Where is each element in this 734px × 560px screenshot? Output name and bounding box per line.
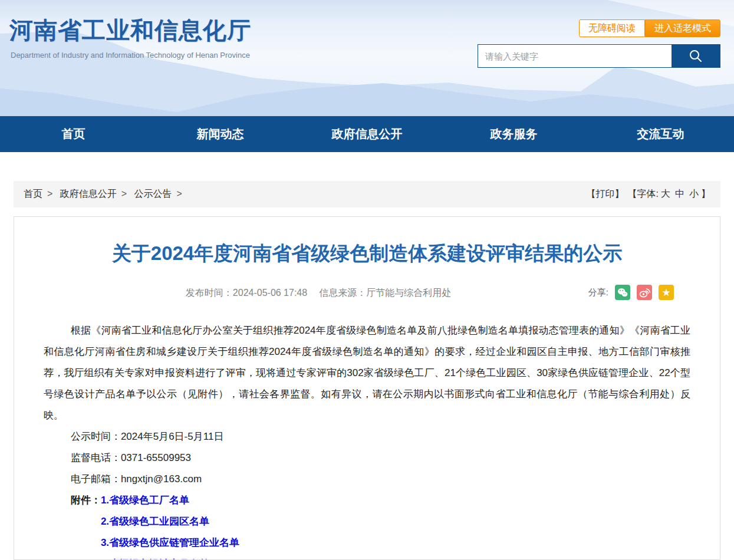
source-label: 信息来源：	[319, 288, 366, 298]
site-logo: 河南省工业和信息化厅 Department of Industry and In…	[9, 14, 251, 60]
wechat-share-icon[interactable]	[615, 285, 630, 300]
site-header: 河南省工业和信息化厅 Department of Industry and In…	[0, 0, 734, 116]
font-tool-prefix: 【字体:	[628, 189, 659, 199]
font-size-button[interactable]: 大	[661, 189, 670, 199]
publish-time-value: 2024-05-06 17:48	[233, 288, 307, 298]
font-tool-suffix: 】	[701, 189, 710, 199]
breadcrumb-separator: >	[47, 189, 52, 199]
breadcrumb-separator: >	[121, 189, 127, 199]
attachment-link[interactable]: 3.省级绿色供应链管理企业名单	[101, 532, 239, 554]
search-box	[478, 44, 720, 68]
nav-item[interactable]: 政务服务	[440, 116, 587, 152]
site-subtitle: Department of Industry and Information T…	[11, 51, 251, 60]
article-meta-row: 发布时间：2024-05-06 17:48信息来源：厅节能与综合利用处 分享:	[44, 285, 690, 301]
nav-item[interactable]: 交流互动	[587, 116, 734, 152]
nav-item[interactable]: 首页	[0, 116, 147, 152]
accessibility-reading-button[interactable]: 无障碍阅读	[579, 19, 645, 37]
article-body: 根据《河南省工业和信息化厅办公室关于组织推荐2024年度省级绿色制造名单及前八批…	[44, 320, 690, 560]
attachments-section: 附件： 1.省级绿色工厂名单 2.省级绿色工业园区名单 3.省级绿色供应链管理企…	[44, 490, 690, 560]
main-nav: 首页 新闻动态 政府信息公开 政务服务 交流互动	[0, 116, 734, 152]
print-button[interactable]: 【打印】	[587, 188, 624, 200]
breadcrumb-bar: 首页> 政府信息公开> 公示公告> 【打印】 【字体:大中小】	[14, 181, 720, 207]
font-size-tool: 【字体:大中小】	[628, 188, 710, 200]
nav-item[interactable]: 新闻动态	[147, 116, 294, 152]
article-info-lines: 公示时间：2024年5月6日-5月11日 监督电话：0371-65509953 …	[44, 426, 690, 490]
search-input[interactable]	[478, 45, 672, 67]
attachment-link[interactable]: 2.省级绿色工业园区名单	[101, 511, 239, 532]
attachments-label: 附件：	[71, 490, 101, 560]
font-size-button[interactable]: 小	[689, 189, 699, 199]
attachment-link[interactable]: 1.省级绿色工厂名单	[101, 490, 239, 511]
article-container: 关于2024年度河南省省级绿色制造体系建设评审结果的公示 发布时间：2024-0…	[14, 216, 720, 560]
info-line: 公示时间：2024年5月6日-5月11日	[44, 426, 690, 447]
share-label: 分享:	[588, 287, 608, 298]
font-size-button[interactable]: 中	[675, 189, 684, 199]
breadcrumb-link[interactable]: 公示公告	[134, 189, 172, 199]
breadcrumb-separator: >	[177, 189, 182, 199]
info-line: 监督电话：0371-65509953	[44, 447, 690, 469]
search-icon	[688, 48, 703, 64]
article-title: 关于2024年度河南省省级绿色制造体系建设评审结果的公示	[44, 241, 690, 267]
weibo-share-icon[interactable]	[637, 285, 652, 300]
source-value: 厅节能与综合利用处	[366, 288, 451, 298]
breadcrumb-link[interactable]: 首页	[24, 189, 42, 199]
share-bar: 分享: ★	[588, 285, 674, 300]
search-button[interactable]	[672, 45, 720, 67]
site-title: 河南省工业和信息化厅	[9, 14, 251, 47]
attachment-link[interactable]: 4.省级绿色设计产品名单	[101, 554, 239, 560]
article-meta: 发布时间：2024-05-06 17:48信息来源：厅节能与综合利用处	[186, 287, 451, 299]
publish-time-label: 发布时间：	[186, 288, 233, 298]
attachment-links: 1.省级绿色工厂名单 2.省级绿色工业园区名单 3.省级绿色供应链管理企业名单 …	[101, 490, 239, 560]
breadcrumb-link[interactable]: 政府信息公开	[60, 189, 117, 199]
star-glyph: ★	[661, 288, 670, 298]
breadcrumb: 首页> 政府信息公开> 公示公告>	[24, 188, 187, 200]
article-paragraph: 根据《河南省工业和信息化厅办公室关于组织推荐2024年度省级绿色制造名单及前八批…	[44, 320, 690, 426]
info-line: 电子邮箱：hngxtjn@163.com	[44, 469, 690, 490]
nav-item[interactable]: 政府信息公开	[294, 116, 440, 152]
qzone-share-icon[interactable]: ★	[659, 285, 674, 300]
elder-mode-button[interactable]: 进入适老模式	[645, 19, 720, 37]
